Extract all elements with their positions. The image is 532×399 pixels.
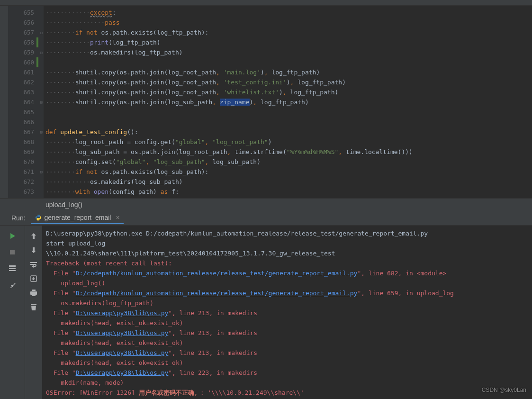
down-icon[interactable]: [30, 246, 37, 254]
line-number[interactable]: 656: [8, 18, 44, 27]
line-number[interactable]: 661: [8, 67, 44, 77]
console-line: Traceback (most recent call last):: [46, 258, 528, 268]
run-label: Run:: [0, 214, 31, 222]
left-margin: [0, 6, 8, 198]
console-line: D:\userapp\py38\python.exe D:/codepath/k…: [46, 228, 528, 238]
console-line: makedirs(head, exist_ok=exist_ok): [46, 318, 528, 328]
breadcrumb[interactable]: upload_log(): [0, 198, 532, 210]
console-line: os.makedirs(log_ftp_path): [46, 298, 528, 308]
line-gutter[interactable]: 655656657⊟658659⊟660661662663664⊟6656666…: [8, 6, 44, 198]
line-number[interactable]: 669: [8, 147, 44, 157]
line-number[interactable]: 664⊟: [8, 97, 44, 107]
line-number[interactable]: 660: [8, 57, 44, 67]
code-line[interactable]: ············os.makedirs(log_sub_path): [45, 177, 532, 187]
code-line[interactable]: ········config.set("global", "log_sub_pa…: [45, 157, 532, 167]
fold-icon[interactable]: ⊟: [38, 30, 43, 35]
fold-icon[interactable]: ⊟: [38, 130, 43, 134]
run-toolbar-primary: [0, 226, 25, 399]
title-bar: [0, 0, 532, 6]
run-panel-header: Run: generate_report_email ×: [0, 210, 532, 226]
fold-icon[interactable]: ⊟: [38, 170, 43, 174]
watermark: CSDN @sky0Lan: [482, 387, 526, 393]
code-line[interactable]: ········with open(config_path) as f:: [45, 187, 532, 197]
svg-rect-3: [9, 270, 16, 271]
code-line[interactable]: ········shutil.copy(os.path.join(log_roo…: [45, 67, 532, 77]
line-number[interactable]: 665: [8, 107, 44, 117]
change-marker: [36, 37, 38, 47]
code-line[interactable]: [45, 57, 532, 67]
code-line[interactable]: [45, 107, 532, 117]
change-marker: [36, 57, 38, 67]
trash-icon[interactable]: [30, 303, 37, 311]
code-line[interactable]: ············os.makedirs(log_ftp_path): [45, 47, 532, 57]
line-number[interactable]: 672: [8, 177, 44, 187]
stop-icon[interactable]: [9, 248, 16, 256]
line-number[interactable]: 663: [8, 87, 44, 97]
console-line: File "D:\userapp\py38\lib\os.py", line 2…: [46, 308, 528, 318]
line-number[interactable]: 659⊟: [8, 47, 44, 57]
run-toolbar-secondary: [25, 226, 42, 399]
console-output[interactable]: D:\userapp\py38\python.exe D:/codepath/k…: [42, 226, 532, 399]
code-line[interactable]: ············print(log_ftp_path): [45, 37, 532, 47]
code-line[interactable]: ················pass: [45, 18, 532, 27]
line-number[interactable]: 658: [8, 37, 44, 47]
traceback-link[interactable]: D:\userapp\py38\lib\os.py: [76, 369, 169, 376]
traceback-link[interactable]: D:\userapp\py38\lib\os.py: [76, 349, 169, 356]
up-icon[interactable]: [30, 232, 37, 240]
code-line[interactable]: ············except:: [45, 8, 532, 18]
line-number[interactable]: 666: [8, 117, 44, 127]
wrap-icon[interactable]: [30, 261, 37, 268]
console-line: File "D:/codepath/kunlun_automation_real…: [46, 288, 528, 298]
code-line[interactable]: ········log_sub_path = os.path.join(log_…: [45, 147, 532, 157]
svg-rect-1: [9, 265, 16, 267]
print-icon[interactable]: [30, 289, 37, 297]
python-icon: [35, 214, 42, 221]
code-editor[interactable]: ············except:················pass·…: [44, 6, 532, 198]
svg-rect-2: [9, 268, 16, 269]
console-line: \\10.0.21.249\share\111\platform_test\20…: [46, 248, 528, 258]
code-line[interactable]: ········if not os.path.exists(log_sub_pa…: [45, 167, 532, 177]
console-line: mkdir(name, mode): [46, 378, 528, 388]
line-number[interactable]: 671⊟: [8, 167, 44, 177]
console-line: makedirs(head, exist_ok=exist_ok): [46, 338, 528, 348]
traceback-link[interactable]: D:/codepath/kunlun_automation_realease/r…: [76, 290, 358, 297]
console-line: upload_log(): [46, 278, 528, 288]
code-line[interactable]: [45, 117, 532, 127]
code-line[interactable]: ········shutil.copy(os.path.join(log_sub…: [45, 97, 532, 107]
traceback-link[interactable]: D:/codepath/kunlun_automation_realease/r…: [76, 270, 358, 277]
line-number[interactable]: 662: [8, 77, 44, 87]
svg-rect-0: [10, 250, 15, 254]
line-number[interactable]: 657⊟: [8, 27, 44, 37]
console-line: makedirs(head, exist_ok=exist_ok): [46, 358, 528, 368]
pin-icon[interactable]: [9, 281, 16, 288]
close-icon[interactable]: ×: [116, 214, 119, 221]
run-tab[interactable]: generate_report_email ×: [31, 212, 124, 224]
rerun-icon[interactable]: [9, 232, 16, 240]
fold-icon[interactable]: ⊟: [38, 50, 43, 54]
code-line[interactable]: ········log_root_path = config.get("glob…: [45, 137, 532, 147]
line-number[interactable]: 667⊟: [8, 127, 44, 137]
line-number[interactable]: 670: [8, 157, 44, 167]
console-line: File "D:/codepath/kunlun_automation_real…: [46, 268, 528, 278]
console-line: File "D:\userapp\py38\lib\os.py", line 2…: [46, 348, 528, 358]
code-line[interactable]: ········shutil.copy(os.path.join(log_roo…: [45, 77, 532, 87]
traceback-link[interactable]: D:\userapp\py38\lib\os.py: [76, 309, 169, 317]
fold-icon[interactable]: ⊟: [38, 100, 43, 104]
line-number[interactable]: 655: [8, 8, 44, 18]
console-line: OSError: [WinError 1326] 用户名或密码不正确。: '\\…: [46, 388, 528, 398]
console-line: File "D:\userapp\py38\lib\os.py", line 2…: [46, 328, 528, 338]
traceback-link[interactable]: D:\userapp\py38\lib\os.py: [76, 329, 169, 336]
line-number[interactable]: 673: [8, 187, 44, 197]
run-panel-body: D:\userapp\py38\python.exe D:/codepath/k…: [0, 226, 532, 399]
console-line: File "D:\userapp\py38\lib\os.py", line 2…: [46, 368, 528, 378]
code-line[interactable]: ········shutil.copy(os.path.join(log_roo…: [45, 87, 532, 97]
scroll-to-end-icon[interactable]: [30, 275, 37, 282]
code-line[interactable]: def update_test_config():: [45, 127, 532, 137]
layout-icon[interactable]: [9, 264, 16, 272]
run-tab-label: generate_report_email: [45, 214, 111, 221]
editor-area: 655656657⊟658659⊟660661662663664⊟6656666…: [0, 6, 532, 198]
console-line: start upload_log: [46, 238, 528, 248]
line-number[interactable]: 668: [8, 137, 44, 147]
code-line[interactable]: ········if not os.path.exists(log_ftp_pa…: [45, 27, 532, 37]
